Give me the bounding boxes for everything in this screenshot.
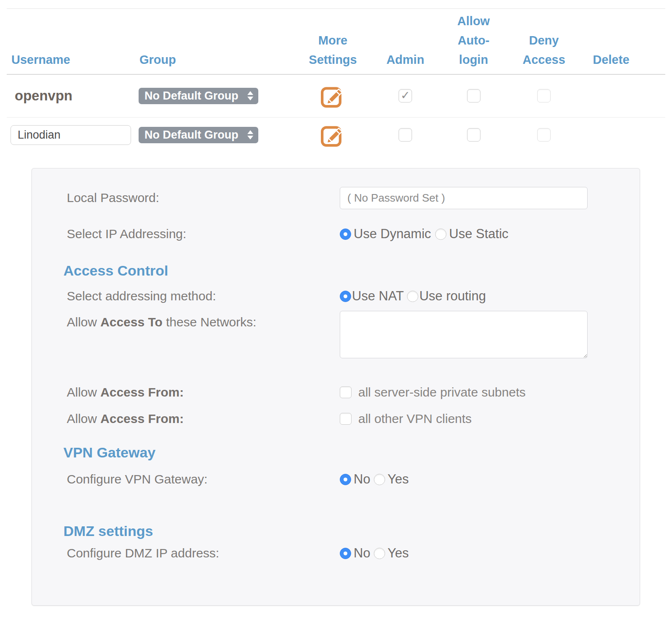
group-select-value: No Default Group [144, 129, 239, 142]
allow-auto-login-checkbox[interactable]: ✓ [467, 89, 480, 102]
table-row-admin: ✓ [372, 74, 439, 117]
allow-auto-login-checkbox[interactable]: ✓ [467, 128, 480, 142]
all-other-vpn-clients-label: all other VPN clients [358, 412, 472, 426]
use-nat-radio[interactable] [340, 291, 351, 302]
group-select-value: No Default Group [144, 89, 239, 102]
access-from-label: Allow Access From: [67, 385, 340, 399]
column-header-group: Group [139, 50, 294, 74]
select-arrows-icon [247, 91, 253, 100]
select-arrows-icon [247, 130, 253, 139]
all-server-side-private-subnets-checkbox[interactable]: ✓ [340, 386, 352, 398]
user-settings-panel: Local Password: Select IP Addressing: Us… [32, 168, 640, 606]
vpn-gateway-yes-label: Yes [388, 472, 409, 487]
column-header-delete: Delete [580, 50, 643, 74]
vpn-gateway-heading: VPN Gateway [63, 444, 155, 461]
column-header-deny-access: DenyAccess [508, 31, 580, 74]
edit-pencil-icon [320, 84, 346, 108]
column-header-allow-auto-login: AllowAuto-login [439, 11, 508, 74]
table-row-admin: ✓ [372, 117, 439, 152]
admin-checkbox[interactable]: ✓ [399, 89, 412, 102]
all-server-side-private-subnets-label: all server-side private subnets [358, 385, 526, 399]
dmz-yes-radio[interactable] [374, 548, 385, 559]
local-password-input[interactable] [340, 187, 588, 209]
local-password-row: Local Password: [67, 187, 588, 209]
access-control-heading: Access Control [63, 263, 168, 279]
configure-vpn-gateway-label: Configure VPN Gateway: [67, 472, 340, 486]
table-row-delete [580, 117, 643, 152]
vpn-gateway-yes-radio[interactable] [374, 474, 385, 485]
table-row-group: No Default Group [139, 117, 294, 152]
vpn-gateway-radio-group: No Yes [340, 472, 409, 487]
username-text: openvpn [10, 88, 73, 104]
dmz-settings-heading: DMZ settings [63, 523, 153, 539]
addressing-method-label: Select addressing method: [67, 289, 340, 303]
table-row-auto-login: ✓ [439, 74, 508, 117]
configure-vpn-gateway-row: Configure VPN Gateway: No Yes [67, 472, 409, 487]
table-row-more-settings [294, 117, 372, 152]
vpn-gateway-no-label: No [354, 472, 370, 487]
group-select[interactable]: No Default Group [139, 127, 258, 143]
edit-pencil-icon [320, 123, 346, 147]
ip-addressing-radio-group: Use Dynamic Use Static [340, 226, 509, 242]
deny-access-checkbox[interactable]: ✓ [537, 89, 551, 102]
column-header-username: Username [10, 50, 139, 74]
ip-addressing-label: Select IP Addressing: [67, 227, 340, 241]
more-settings-button[interactable] [320, 84, 346, 108]
admin-checkbox[interactable]: ✓ [399, 128, 412, 142]
dmz-no-radio[interactable] [340, 548, 351, 559]
use-routing-radio[interactable] [407, 291, 418, 302]
table-row-username [10, 117, 139, 152]
dmz-no-label: No [354, 546, 370, 561]
column-header-more-settings: MoreSettings [294, 31, 372, 74]
local-password-label: Local Password: [67, 191, 340, 205]
configure-dmz-label: Configure DMZ IP address: [67, 546, 340, 560]
access-to-networks-textarea[interactable] [340, 311, 588, 358]
table-row-group: No Default Group [139, 74, 294, 117]
user-permissions-table: Username Group MoreSettings Admin AllowA… [10, 9, 643, 152]
dmz-yes-label: Yes [388, 546, 409, 561]
column-header-admin: Admin [372, 50, 439, 74]
access-from-clients-option: ✓ all other VPN clients [340, 412, 472, 426]
table-row-delete [580, 74, 643, 117]
use-routing-label: Use routing [419, 289, 486, 304]
table-row-more-settings [294, 74, 372, 117]
group-select[interactable]: No Default Group [139, 88, 258, 104]
vpn-gateway-no-radio[interactable] [340, 474, 351, 485]
use-static-label: Use Static [449, 226, 508, 242]
access-from-subnets-row: Allow Access From: ✓ all server-side pri… [67, 385, 526, 400]
user-permissions-page: Username Group MoreSettings Admin AllowA… [0, 0, 672, 620]
use-static-radio[interactable] [435, 229, 446, 240]
addressing-method-row: Select addressing method: Use NAT Use ro… [67, 289, 486, 304]
configure-dmz-row: Configure DMZ IP address: No Yes [67, 546, 409, 561]
table-row-auto-login: ✓ [439, 117, 508, 152]
use-dynamic-radio[interactable] [340, 229, 351, 240]
new-username-input[interactable] [10, 125, 131, 145]
ip-addressing-row: Select IP Addressing: Use Dynamic Use St… [67, 226, 509, 242]
access-to-row: Allow Access To these Networks: [67, 311, 588, 358]
access-from-clients-row: Allow Access From: ✓ all other VPN clien… [67, 411, 472, 426]
access-from-label: Allow Access From: [67, 412, 340, 426]
more-settings-button[interactable] [320, 123, 346, 147]
dmz-radio-group: No Yes [340, 546, 409, 561]
use-nat-label: Use NAT [352, 289, 404, 304]
table-row-deny-access: ✓ [508, 74, 580, 117]
use-dynamic-label: Use Dynamic [354, 226, 431, 242]
table-row-username: openvpn [10, 74, 139, 117]
deny-access-checkbox[interactable]: ✓ [537, 128, 551, 142]
check-icon: ✓ [401, 90, 410, 101]
all-other-vpn-clients-checkbox[interactable]: ✓ [340, 413, 352, 425]
access-from-subnets-option: ✓ all server-side private subnets [340, 385, 526, 399]
addressing-method-radio-group: Use NAT Use routing [340, 289, 486, 304]
table-row-deny-access: ✓ [508, 117, 580, 152]
access-to-label: Allow Access To these Networks: [67, 311, 340, 329]
